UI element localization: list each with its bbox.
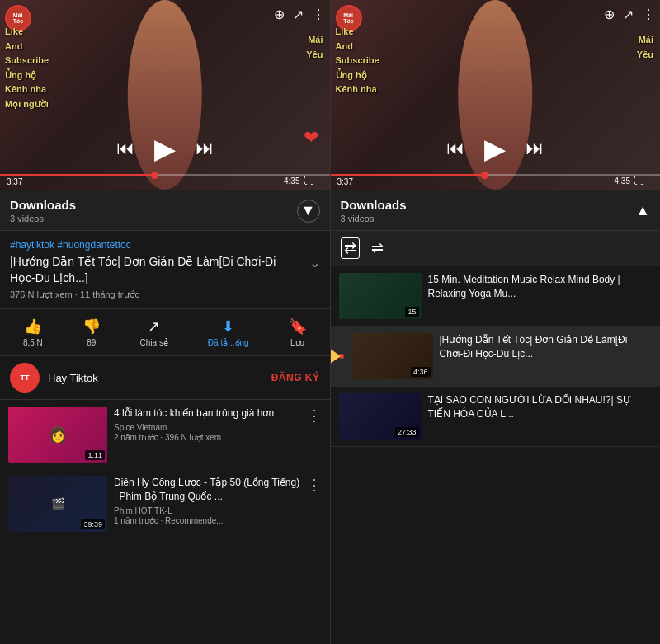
play-button[interactable]: ▶ <box>154 132 176 165</box>
related-channel-2: Phim HOT TK-L <box>114 506 300 515</box>
top-icons: ⊕ ↗ ⋮ <box>274 7 325 22</box>
list-item[interactable]: 27:33 TẠI SAO CON NGƯỜI LỪA DỐI NHAU!?| … <box>331 387 661 447</box>
playlist-duration-2: 4:36 <box>411 367 431 377</box>
overlay-text-left: Like And Subscribe Ủng hộ Kênh nha Mọi n… <box>5 25 49 112</box>
playlist-title-2: |Hướng Dẫn Tết Tóc| Đơn Giản Dề Làm[Đi C… <box>440 333 653 361</box>
right-play-button[interactable]: ▶ <box>484 132 506 165</box>
fullscreen-icon[interactable]: ⛶ <box>304 175 314 186</box>
channel-avatar[interactable]: TT <box>10 363 40 393</box>
related-title-2: Diên Hy Công Lược - Tập 50 (Lồng Tiếng) … <box>114 476 300 504</box>
time-current: 3:37 <box>7 177 22 186</box>
more-icon[interactable]: ⋮ <box>312 7 325 22</box>
playlist-thumb-3: 27:33 <box>339 393 422 440</box>
dislike-button[interactable]: 👎 89 <box>82 317 101 347</box>
chevron-down-icon[interactable]: ⌄ <box>309 254 320 272</box>
right-panel: MáiTóc ⊕ ↗ ⋮ Like And Subscribe Ủng hộ K… <box>331 0 661 644</box>
playlist-thumb-2: 4:36 <box>351 333 433 379</box>
progress-bar[interactable] <box>0 174 330 176</box>
list-item[interactable]: 4:36 |Hướng Dẫn Tết Tóc| Đơn Giản Dề Làm… <box>331 327 661 387</box>
playlist-items: 15 15 Min. Meditation Music Relax Mind B… <box>331 266 661 644</box>
action-bar: 👍 8,5 N 👎 89 ↗ Chia sẻ ⬇ Đã tả...ống 🔖 L… <box>0 309 330 356</box>
right-time-current: 3:37 <box>337 177 353 186</box>
dislike-count: 89 <box>87 338 96 347</box>
more-options-icon[interactable]: ⋮ <box>307 407 322 425</box>
right-time-total: 4:35 ⛶ <box>615 175 644 186</box>
expand-button[interactable]: ▲ <box>635 202 650 219</box>
like-button[interactable]: 👍 8,5 N <box>23 317 43 347</box>
right-fullscreen-icon[interactable]: ⛶ <box>634 175 644 186</box>
right-add-icon[interactable]: ⊕ <box>604 7 615 22</box>
right-downloads-title: Downloads <box>341 198 407 212</box>
right-video-player[interactable]: MáiTóc ⊕ ↗ ⋮ Like And Subscribe Ủng hộ K… <box>331 0 661 190</box>
list-item[interactable]: 15 15 Min. Meditation Music Relax Mind B… <box>331 266 661 327</box>
right-prev-button[interactable]: ⏮ <box>446 138 464 159</box>
share-button[interactable]: ↗ Chia sẻ <box>140 317 168 347</box>
subscribe-button[interactable]: ĐĂNG KÝ <box>271 372 320 383</box>
overlay-text-right: Mái Yêu <box>306 33 323 62</box>
right-top-icons: ⊕ ↗ ⋮ <box>604 7 655 22</box>
related-info-2: Diên Hy Công Lược - Tập 50 (Lồng Tiếng) … <box>114 476 300 525</box>
list-item[interactable]: 👩 1:11 4 lỗi làm tóc khiến bạn trông già… <box>0 400 330 469</box>
share-label: Chia sẻ <box>140 338 168 347</box>
video-tags: #haytiktok #huongdantettoc <box>10 239 320 251</box>
download-button[interactable]: ⬇ Đã tả...ống <box>208 317 249 347</box>
right-more-icon[interactable]: ⋮ <box>642 7 655 22</box>
playlist-title-3: TẠI SAO CON NGƯỜI LỪA DỐI NHAU!?| SỰ TIẾ… <box>428 393 653 421</box>
download-label: Đã tả...ống <box>208 338 249 347</box>
playlist-info-1: 15 Min. Meditation Music Relax Mind Body… <box>428 273 653 301</box>
next-button[interactable]: ⏭ <box>196 138 214 159</box>
share-action-icon: ↗ <box>148 317 160 336</box>
add-icon[interactable]: ⊕ <box>274 7 285 22</box>
video-meta: 376 N lượt xem · 11 tháng trước <box>10 289 320 300</box>
playlist-info-3: TẠI SAO CON NGƯỜI LỪA DỐI NHAU!?| SỰ TIẾ… <box>428 393 653 421</box>
right-downloads-header: Downloads 3 videos ▲ <box>331 190 661 231</box>
duration-badge-1: 1:11 <box>85 450 105 460</box>
save-label: Lưu <box>290 338 304 347</box>
save-icon: 🔖 <box>289 317 307 336</box>
list-item[interactable]: 🎬 39:39 Diên Hy Công Lược - Tập 50 (Lồng… <box>0 469 330 538</box>
playlist-duration-1: 15 <box>405 307 418 317</box>
related-info-1: 4 lỗi làm tóc khiến bạn trông già hơn Sp… <box>114 407 300 442</box>
downloads-title: Downloads <box>10 198 76 212</box>
playlist-duration-3: 27:33 <box>395 427 419 437</box>
downloads-section: Downloads 3 videos ▼ <box>0 190 330 231</box>
collapse-button[interactable]: ▼ <box>297 200 320 223</box>
playlist-title-1: 15 Min. Meditation Music Relax Mind Body… <box>428 273 653 301</box>
related-channel-1: Spice Vietnam <box>114 423 300 432</box>
right-next-button[interactable]: ⏭ <box>526 138 544 159</box>
related-thumb-2: 🎬 39:39 <box>8 476 107 532</box>
prev-button[interactable]: ⏮ <box>116 138 134 159</box>
more-options-icon-2[interactable]: ⋮ <box>307 476 322 494</box>
repeat-button[interactable]: ⇄ <box>341 237 360 259</box>
right-progress-bar[interactable] <box>331 174 661 176</box>
left-panel: MáiTóc ⊕ ↗ ⋮ Like And Subscribe Ủng hộ K… <box>0 0 330 644</box>
video-title: |Hướng Dẫn Tết Tóc| Đơn Giản Dễ Làm[Đi C… <box>10 254 320 286</box>
downloads-count: 3 videos <box>10 214 76 223</box>
shuffle-button[interactable]: ⇌ <box>371 239 384 257</box>
dislike-icon: 👎 <box>82 317 101 336</box>
related-meta-1: 2 năm trước · 396 N lượt xem <box>114 433 300 442</box>
left-video-player[interactable]: MáiTóc ⊕ ↗ ⋮ Like And Subscribe Ủng hộ K… <box>0 0 330 190</box>
save-button[interactable]: 🔖 Lưu <box>289 317 307 347</box>
right-overlay-text-right: Mái Yêu <box>637 33 653 62</box>
right-share-icon[interactable]: ↗ <box>623 7 634 22</box>
channel-name[interactable]: Hay Tiktok <box>48 372 271 384</box>
right-player-controls: ⏮ ▶ ⏭ <box>331 132 661 165</box>
like-count: 8,5 N <box>23 338 43 347</box>
related-thumb-1: 👩 1:11 <box>8 407 107 463</box>
channel-row: TT Hay Tiktok ĐĂNG KÝ <box>0 356 330 400</box>
download-icon: ⬇ <box>222 317 234 336</box>
share-icon[interactable]: ↗ <box>293 7 304 22</box>
video-title-text: |Hướng Dẫn Tết Tóc| Đơn Giản Dễ Làm[Đi C… <box>10 254 304 286</box>
right-downloads-count: 3 videos <box>341 214 407 223</box>
like-icon: 👍 <box>24 317 42 336</box>
related-list: 👩 1:11 4 lỗi làm tóc khiến bạn trông già… <box>0 400 330 644</box>
right-overlay-text-left: Like And Subscribe Ủng hộ Kênh nha <box>336 25 380 97</box>
playlist-info-2: |Hướng Dẫn Tết Tóc| Đơn Giản Dề Làm[Đi C… <box>440 333 653 361</box>
playlist-controls: ⇄ ⇌ <box>331 231 661 266</box>
duration-badge-2: 39:39 <box>81 519 105 529</box>
related-meta-2: 1 năm trước · Recommende... <box>114 516 300 525</box>
playlist-thumb-1: 15 <box>339 273 422 319</box>
related-title-1: 4 lỗi làm tóc khiến bạn trông già hơn <box>114 407 300 421</box>
time-total: 4:35 ⛶ <box>284 175 313 186</box>
